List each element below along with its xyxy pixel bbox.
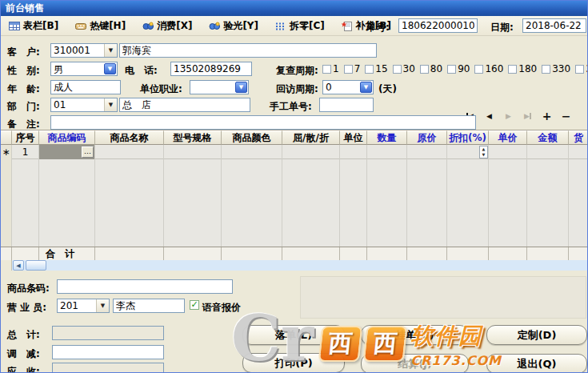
nav-last-button[interactable]: ▶ bbox=[521, 110, 534, 122]
grid-header-amount[interactable]: 金额 bbox=[527, 130, 569, 145]
recheck-option[interactable]: 180 bbox=[508, 63, 537, 74]
toolbar-button-consume[interactable]: 消费[X] bbox=[138, 17, 197, 35]
grid-header-product-name[interactable]: 商品名称 bbox=[95, 130, 164, 145]
customer-code-combo[interactable]: 310001 ▼ bbox=[50, 43, 118, 58]
date-input[interactable] bbox=[522, 18, 586, 33]
checkbox[interactable] bbox=[447, 65, 456, 74]
nav-delete-button[interactable]: − bbox=[559, 110, 573, 122]
row-seq-cell[interactable]: 1 bbox=[12, 145, 39, 159]
recheck-option[interactable]: 330 bbox=[542, 63, 570, 74]
nav-prev-button[interactable]: ◀ bbox=[482, 110, 496, 122]
clerk-combo[interactable]: 201 ▼ bbox=[57, 299, 110, 313]
scrollbar-thumb[interactable] bbox=[26, 260, 46, 271]
checkbox[interactable] bbox=[474, 65, 483, 74]
revisit-combo[interactable]: 0 ▼ bbox=[322, 80, 374, 94]
voice-quote-checkbox[interactable]: ✓ bbox=[190, 300, 199, 310]
grid-header-product-code[interactable]: 商品编码 bbox=[39, 130, 95, 145]
toolbar-button-label: 热键[H] bbox=[90, 19, 126, 33]
discount-cell[interactable]: ▲▼ bbox=[447, 145, 489, 159]
barcode-input[interactable] bbox=[57, 279, 233, 294]
grid-header-sph-cyl-index[interactable]: 屈/散/折 bbox=[282, 130, 340, 145]
grid-row-1: ∗ 1 … ▲▼ bbox=[1, 145, 588, 159]
age-label: 年 龄: bbox=[7, 82, 40, 96]
recheck-options: 1 7 15 30 80 90 160 180 330 365 bbox=[322, 63, 588, 74]
row-insert-marker: ∗ bbox=[1, 145, 12, 159]
phone-input[interactable] bbox=[170, 62, 252, 76]
grid-header-seq[interactable]: 序号 bbox=[12, 130, 39, 145]
revisit-label: 回访周期: bbox=[276, 82, 318, 96]
dept-combo[interactable]: 01 ▼ bbox=[50, 98, 118, 112]
recheck-option[interactable]: 80 bbox=[420, 63, 442, 74]
checkbox[interactable] bbox=[365, 65, 374, 74]
clerk-code-value: 201 bbox=[58, 299, 96, 312]
grid-header-unit-price[interactable]: 单价 bbox=[489, 130, 527, 145]
manual-no-input[interactable] bbox=[319, 98, 374, 112]
toolbar-button-hotkeys[interactable]: 热键[H] bbox=[70, 17, 130, 35]
grid-header-qty[interactable]: 数量 bbox=[367, 130, 407, 145]
adjust-input[interactable] bbox=[52, 345, 164, 359]
revisit-unit-label: (天) bbox=[378, 82, 397, 96]
checkbox[interactable] bbox=[393, 65, 402, 74]
toolbar-button-label: 验光[Y] bbox=[223, 19, 258, 33]
receivable-label: 应 收: bbox=[7, 365, 40, 373]
consume-icon bbox=[142, 21, 154, 31]
chevron-down-icon[interactable]: ▼ bbox=[104, 44, 117, 57]
checkbox[interactable] bbox=[508, 65, 517, 74]
recheck-option[interactable]: 7 bbox=[344, 63, 361, 74]
occupation-combo[interactable]: ▼ bbox=[190, 80, 249, 94]
recheck-option[interactable]: 90 bbox=[447, 63, 470, 74]
chevron-down-icon[interactable]: ▼ bbox=[104, 98, 117, 111]
occupation-value bbox=[190, 81, 234, 94]
grid-header-extra[interactable]: 货 bbox=[569, 130, 588, 145]
grid-header-unit[interactable]: 单位 bbox=[340, 130, 367, 145]
nav-add-button[interactable]: + bbox=[540, 110, 554, 122]
recheck-option[interactable]: 15 bbox=[365, 63, 387, 74]
toolbar-button-label: 拆零[C] bbox=[290, 19, 325, 33]
chevron-down-icon[interactable]: ▼ bbox=[360, 82, 372, 93]
grid-header-orig-price[interactable]: 原价 bbox=[407, 130, 447, 145]
grid-horizontal-scrollbar[interactable]: ◀ bbox=[1, 260, 588, 271]
toolbar-button-split[interactable]: 拆零[C] bbox=[270, 17, 330, 35]
recheck-option[interactable]: 365 bbox=[575, 63, 588, 74]
checkbox[interactable] bbox=[344, 65, 353, 74]
toolbar-button-optometry[interactable]: 验光[Y] bbox=[204, 17, 263, 35]
bill-no-input[interactable] bbox=[398, 18, 478, 33]
bill-no-label: 单号: bbox=[366, 21, 390, 34]
grid-header-model-spec[interactable]: 型号规格 bbox=[164, 130, 222, 145]
checkbox[interactable] bbox=[542, 65, 550, 74]
spin-up-icon[interactable]: ▲ bbox=[480, 146, 487, 152]
recheck-option[interactable]: 1 bbox=[322, 63, 339, 74]
nav-next-button[interactable]: ▶ bbox=[502, 110, 515, 122]
toolbar-button-columns[interactable]: 表栏[B] bbox=[4, 17, 63, 35]
toolbar: 表栏[B] 热键[H] 消费[X] 验光[Y] 拆零[C] 补货[B] 单号: … bbox=[1, 16, 588, 36]
adjust-label: 调 减: bbox=[7, 347, 40, 361]
age-input[interactable] bbox=[50, 80, 121, 94]
grid-header-discount[interactable]: 折扣(%) bbox=[447, 130, 489, 145]
spin-down-icon[interactable]: ▼ bbox=[480, 152, 487, 158]
checkbox[interactable] bbox=[575, 65, 584, 74]
checkbox[interactable] bbox=[420, 65, 429, 74]
restock-star-icon bbox=[342, 21, 353, 31]
customer-name-input[interactable] bbox=[119, 43, 377, 58]
grid-header-product-color[interactable]: 商品颜色 bbox=[222, 130, 282, 145]
checkbox[interactable] bbox=[322, 65, 331, 74]
date-label: 日期: bbox=[490, 21, 514, 34]
chevron-down-icon[interactable]: ▼ bbox=[96, 299, 109, 312]
chevron-down-icon[interactable]: ▼ bbox=[104, 63, 116, 74]
remark-input[interactable] bbox=[50, 115, 476, 130]
dept-name-input[interactable] bbox=[119, 98, 250, 112]
recheck-option[interactable]: 160 bbox=[474, 63, 503, 74]
watermark-domain: CR173.COM bbox=[410, 353, 502, 368]
clerk-name-input[interactable] bbox=[113, 299, 185, 313]
record-navigator: ◀ ◀ ▶ ▶ + − bbox=[463, 110, 573, 122]
discount-spinner[interactable]: ▲▼ bbox=[479, 146, 488, 158]
product-code-cell-selected[interactable]: … bbox=[39, 145, 95, 159]
gender-combo[interactable]: 男 ▼ bbox=[50, 62, 118, 76]
grid-total-row: 合 计 bbox=[1, 247, 588, 261]
scroll-left-arrow-icon[interactable]: ◀ bbox=[13, 260, 24, 271]
chevron-down-icon[interactable]: ▼ bbox=[235, 82, 247, 93]
recheck-label: 复查周期: bbox=[276, 64, 318, 78]
watermark-blocks: 西 西 bbox=[320, 326, 406, 362]
recheck-option[interactable]: 30 bbox=[393, 63, 415, 74]
lookup-ellipsis-button[interactable]: … bbox=[82, 146, 94, 158]
